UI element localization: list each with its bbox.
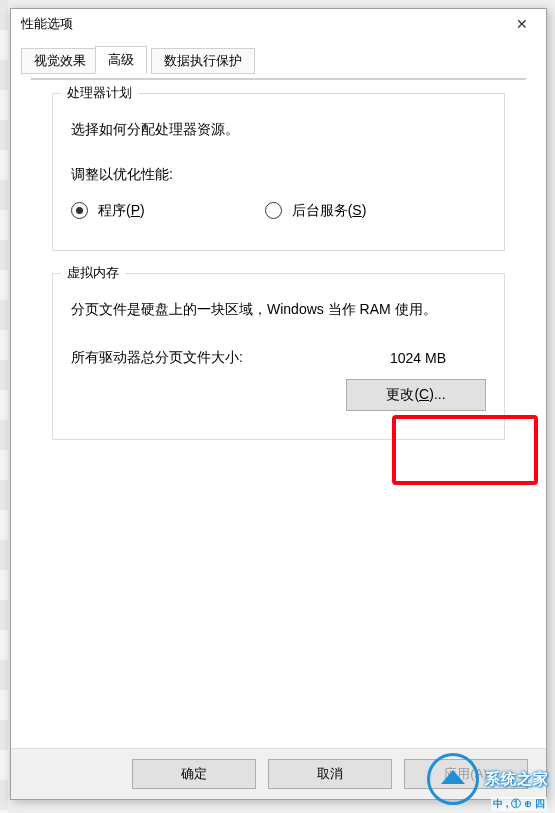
processor-legend: 处理器计划	[61, 84, 138, 102]
processor-scheduling-group: 处理器计划 选择如何分配处理器资源。 调整以优化性能: 程序(P) 后台服务(S…	[52, 93, 505, 251]
advanced-tab-panel: 处理器计划 选择如何分配处理器资源。 调整以优化性能: 程序(P) 后台服务(S…	[31, 78, 526, 80]
dialog-button-bar: 确定 取消 应用(A)	[11, 748, 546, 799]
vm-total-row: 所有驱动器总分页文件大小: 1024 MB	[71, 349, 486, 367]
close-icon: ✕	[516, 16, 528, 32]
tab-advanced[interactable]: 高级	[95, 46, 147, 74]
watermark-sub: 中 , ① ⊕ 四	[491, 797, 547, 811]
tab-dep[interactable]: 数据执行保护	[151, 48, 255, 74]
background-edge	[0, 0, 8, 813]
window-title: 性能选项	[21, 15, 499, 33]
radio-services-label: 后台服务(S)	[292, 202, 367, 220]
virtual-memory-group: 虚拟内存 分页文件是硬盘上的一块区域，Windows 当作 RAM 使用。 所有…	[52, 273, 505, 441]
radio-icon	[265, 202, 282, 219]
title-bar: 性能选项 ✕	[11, 9, 546, 39]
tab-label: 数据执行保护	[164, 52, 242, 70]
radio-background-services[interactable]: 后台服务(S)	[265, 202, 367, 220]
processor-radio-row: 程序(P) 后台服务(S)	[71, 202, 486, 220]
change-button[interactable]: 更改(C)...	[346, 379, 486, 411]
vm-total-value: 1024 MB	[390, 350, 446, 366]
cancel-button[interactable]: 取消	[268, 759, 392, 789]
vm-description: 分页文件是硬盘上的一块区域，Windows 当作 RAM 使用。	[71, 300, 486, 320]
radio-programs-label: 程序(P)	[98, 202, 145, 220]
vm-total-label: 所有驱动器总分页文件大小:	[71, 349, 243, 367]
radio-icon	[71, 202, 88, 219]
performance-options-dialog: 性能选项 ✕ 视觉效果 高级 数据执行保护 处理器计划 选择如何分配处理器资源。…	[10, 8, 547, 800]
tab-label: 高级	[108, 51, 134, 69]
apply-button[interactable]: 应用(A)	[404, 759, 528, 789]
processor-description: 选择如何分配处理器资源。	[71, 120, 486, 140]
ok-button[interactable]: 确定	[132, 759, 256, 789]
vm-legend: 虚拟内存	[61, 264, 125, 282]
tab-visual-effects[interactable]: 视觉效果	[21, 48, 99, 74]
tab-strip: 视觉效果 高级 数据执行保护 处理器计划 选择如何分配处理器资源。 调整以优化性…	[21, 45, 536, 73]
vm-change-wrap: 更改(C)...	[71, 379, 486, 411]
adjust-label: 调整以优化性能:	[71, 166, 486, 184]
tab-label: 视觉效果	[34, 52, 86, 70]
radio-programs[interactable]: 程序(P)	[71, 202, 145, 220]
close-button[interactable]: ✕	[499, 10, 544, 38]
